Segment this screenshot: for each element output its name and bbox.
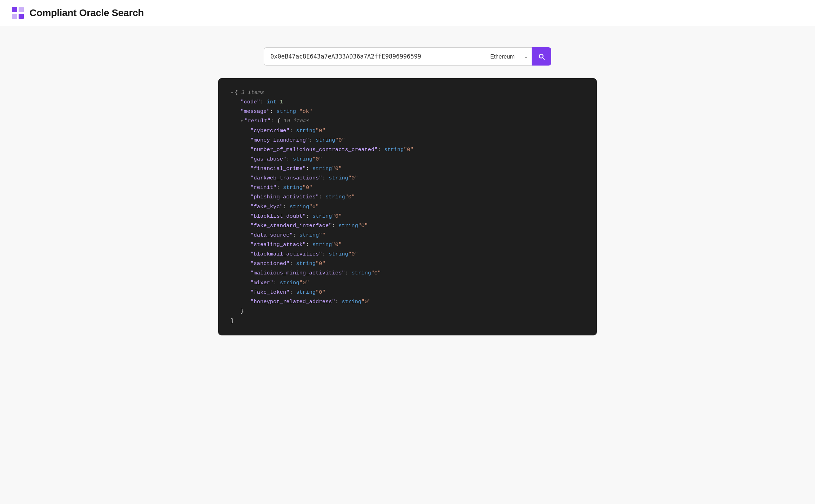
json-result-close: } bbox=[231, 307, 584, 316]
json-field-line: "phishing_activities": string "0" bbox=[231, 192, 584, 202]
json-field-line: "gas_abuse": string "0" bbox=[231, 155, 584, 164]
json-root-close: } bbox=[231, 316, 584, 326]
json-field-line: "fake_kyc": string "0" bbox=[231, 202, 584, 212]
json-field-line: "darkweb_transactions": string "0" bbox=[231, 173, 584, 183]
json-code-line: "code" : int 1 bbox=[231, 97, 584, 107]
svg-rect-3 bbox=[19, 14, 24, 19]
json-field-line: "cybercrime": string "0" bbox=[231, 126, 584, 136]
json-field-line: "money_laundering": string "0" bbox=[231, 136, 584, 145]
svg-rect-2 bbox=[12, 14, 17, 19]
search-button[interactable] bbox=[532, 47, 551, 66]
network-select-wrapper: Ethereum Bitcoin BSC Polygon Arbitrum ⌄ bbox=[486, 47, 532, 66]
json-fields-container: "cybercrime": string "0""money_launderin… bbox=[231, 126, 584, 307]
json-field-line: "fake_token": string "0" bbox=[231, 288, 584, 297]
json-field-line: "mixer": string "0" bbox=[231, 278, 584, 288]
json-field-line: "stealing_attack": string "0" bbox=[231, 240, 584, 250]
json-field-line: "reinit": string "0" bbox=[231, 183, 584, 192]
main-content: Ethereum Bitcoin BSC Polygon Arbitrum ⌄ … bbox=[0, 26, 815, 349]
search-input[interactable] bbox=[264, 47, 486, 66]
collapse-root-arrow[interactable]: ▾ bbox=[231, 89, 233, 97]
svg-rect-0 bbox=[12, 7, 17, 12]
app-logo-icon bbox=[11, 6, 25, 20]
json-field-line: "blacklist_doubt": string "0" bbox=[231, 212, 584, 221]
json-field-line: "data_source": string "" bbox=[231, 231, 584, 240]
json-root-open: ▾ { 3 items bbox=[231, 88, 584, 97]
json-field-line: "fake_standard_interface": string "0" bbox=[231, 221, 584, 231]
json-field-line: "blackmail_activities": string "0" bbox=[231, 250, 584, 259]
app-title: Compliant Oracle Search bbox=[29, 7, 144, 19]
json-field-line: "honeypot_related_address": string "0" bbox=[231, 297, 584, 307]
json-message-line: "message" : string "ok" bbox=[231, 107, 584, 116]
app-header: Compliant Oracle Search bbox=[0, 0, 815, 26]
search-icon bbox=[538, 53, 545, 60]
json-viewer: ▾ { 3 items "code" : int 1 "message" : s… bbox=[218, 78, 597, 335]
json-field-line: "number_of_malicious_contracts_created":… bbox=[231, 145, 584, 155]
json-field-line: "financial_crime": string "0" bbox=[231, 164, 584, 173]
json-result-open: ▾ "result" : { 19 items bbox=[231, 116, 584, 126]
collapse-result-arrow[interactable]: ▾ bbox=[241, 118, 243, 125]
svg-rect-1 bbox=[19, 7, 24, 12]
network-select[interactable]: Ethereum Bitcoin BSC Polygon Arbitrum bbox=[490, 54, 527, 60]
json-field-line: "sanctioned": string "0" bbox=[231, 259, 584, 268]
search-bar: Ethereum Bitcoin BSC Polygon Arbitrum ⌄ bbox=[264, 47, 551, 66]
json-field-line: "malicious_mining_activities": string "0… bbox=[231, 268, 584, 278]
